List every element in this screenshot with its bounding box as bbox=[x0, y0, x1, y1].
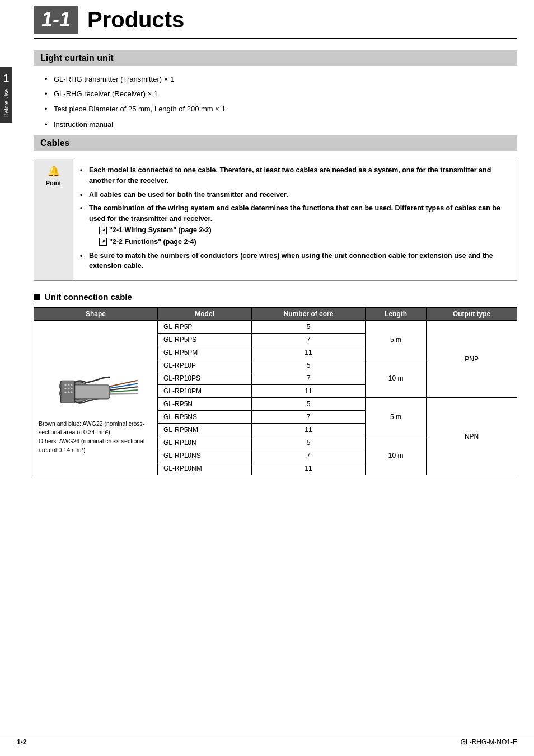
list-item: GL-RHG receiver (Receiver) × 1 bbox=[45, 88, 517, 100]
core-cell: 11 bbox=[252, 424, 366, 436]
svg-point-15 bbox=[71, 384, 72, 386]
model-cell: GL-RP10NM bbox=[158, 462, 252, 475]
core-cell: 7 bbox=[252, 334, 366, 346]
svg-point-13 bbox=[64, 384, 66, 386]
point-bullet-4: Be sure to match the numbers of conducto… bbox=[80, 251, 510, 272]
sidebar-tab: 1 Before Use bbox=[0, 67, 12, 123]
ref-icon-1: ↗ bbox=[99, 227, 107, 234]
svg-rect-12 bbox=[59, 391, 62, 395]
length-cell: 10 m bbox=[365, 436, 426, 475]
shape-notes: Brown and blue: AWG22 (nominal cross-sec… bbox=[39, 420, 153, 455]
black-square-icon bbox=[34, 294, 40, 300]
ref-link-1: ↗ "2-1 Wiring System" (page 2-2) bbox=[99, 225, 212, 236]
model-cell: GL-RP5N bbox=[158, 398, 252, 411]
output-cell: NPN bbox=[427, 398, 517, 475]
col-length: Length bbox=[365, 308, 426, 321]
svg-point-17 bbox=[68, 387, 69, 389]
page-title: Products bbox=[87, 7, 184, 32]
core-cell: 5 bbox=[252, 436, 366, 449]
cable-table: Shape Model Number of core Length Output… bbox=[34, 307, 517, 475]
svg-rect-11 bbox=[59, 384, 62, 388]
list-item: Instruction manual bbox=[45, 119, 517, 130]
model-cell: GL-RP5NS bbox=[158, 411, 252, 424]
list-item: GL-RHG transmitter (Transmitter) × 1 bbox=[45, 74, 517, 85]
model-cell: GL-RP10N bbox=[158, 436, 252, 449]
model-cell: GL-RP5PM bbox=[158, 346, 252, 359]
sidebar-chapter-number: 1 bbox=[3, 73, 9, 84]
footer-page-number: 1-2 bbox=[17, 738, 26, 746]
page-footer: 1-2 GL-RHG-M-NO1-E bbox=[0, 738, 534, 746]
model-cell: GL-RP10PM bbox=[158, 385, 252, 398]
svg-point-14 bbox=[68, 384, 69, 386]
page-header: 1-1 Products bbox=[34, 6, 517, 39]
core-cell: 7 bbox=[252, 372, 366, 385]
point-content: Each model is connected to one cable. Th… bbox=[73, 159, 517, 280]
col-output: Output type bbox=[427, 308, 517, 321]
model-cell: GL-RP5NM bbox=[158, 424, 252, 436]
svg-rect-10 bbox=[61, 381, 75, 403]
svg-point-20 bbox=[68, 391, 69, 393]
point-label: 🔔 Point bbox=[34, 159, 73, 280]
core-cell: 11 bbox=[252, 462, 366, 475]
shape-cell: Brown and blue: AWG22 (nominal cross-sec… bbox=[34, 321, 158, 475]
col-core: Number of core bbox=[252, 308, 366, 321]
core-cell: 11 bbox=[252, 346, 366, 359]
model-cell: GL-RP5PS bbox=[158, 334, 252, 346]
output-cell: PNP bbox=[427, 321, 517, 398]
svg-point-18 bbox=[71, 387, 72, 389]
core-cell: 7 bbox=[252, 449, 366, 462]
col-model: Model bbox=[158, 308, 252, 321]
list-item: Test piece Diameter of 25 mm, Length of … bbox=[45, 104, 517, 115]
point-bullet-1: Each model is connected to one cable. Th… bbox=[80, 165, 510, 186]
light-curtain-section-header: Light curtain unit bbox=[34, 50, 517, 66]
core-cell: 7 bbox=[252, 411, 366, 424]
point-icon: 🔔 bbox=[48, 165, 60, 177]
chapter-number-box: 1-1 bbox=[34, 6, 78, 34]
svg-line-9 bbox=[110, 393, 138, 393]
ref-icon-2: ↗ bbox=[99, 238, 107, 246]
cables-section-header: Cables bbox=[34, 135, 517, 151]
point-bullet-2: All cables can be used for both the tran… bbox=[80, 190, 510, 200]
model-cell: GL-RP10PS bbox=[158, 372, 252, 385]
footer-doc-id: GL-RHG-M-NO1-E bbox=[461, 738, 517, 746]
core-cell: 5 bbox=[252, 398, 366, 411]
point-bullet-3: The combination of the wiring system and… bbox=[80, 203, 510, 247]
svg-point-19 bbox=[64, 391, 66, 393]
model-cell: GL-RP5P bbox=[158, 321, 252, 334]
sidebar-chapter-label: Before Use bbox=[3, 89, 10, 117]
svg-line-8 bbox=[110, 390, 138, 392]
svg-point-21 bbox=[71, 391, 72, 393]
model-cell: GL-RP10NS bbox=[158, 449, 252, 462]
ref-link-2: ↗ "2-2 Functions" (page 2-4) bbox=[99, 237, 196, 247]
point-text: Point bbox=[46, 180, 62, 186]
model-cell: GL-RP10P bbox=[158, 359, 252, 372]
unit-connection-heading: Unit connection cable bbox=[34, 292, 517, 302]
table-row: Brown and blue: AWG22 (nominal cross-sec… bbox=[34, 321, 517, 334]
main-content: 1-1 Products Light curtain unit GL-RHG t… bbox=[17, 0, 534, 497]
core-cell: 5 bbox=[252, 359, 366, 372]
svg-point-16 bbox=[64, 387, 66, 389]
light-curtain-list-3: Instruction manual bbox=[34, 119, 517, 130]
point-box: 🔔 Point Each model is connected to one c… bbox=[34, 159, 517, 281]
length-cell: 5 m bbox=[365, 398, 426, 436]
light-curtain-list: GL-RHG transmitter (Transmitter) × 1 GL-… bbox=[34, 74, 517, 99]
col-shape: Shape bbox=[34, 308, 158, 321]
svg-rect-4 bbox=[72, 384, 110, 398]
length-cell: 10 m bbox=[365, 359, 426, 398]
core-cell: 5 bbox=[252, 321, 366, 334]
light-curtain-list-2: Test piece Diameter of 25 mm, Length of … bbox=[34, 104, 517, 115]
length-cell: 5 m bbox=[365, 321, 426, 359]
core-cell: 11 bbox=[252, 385, 366, 398]
